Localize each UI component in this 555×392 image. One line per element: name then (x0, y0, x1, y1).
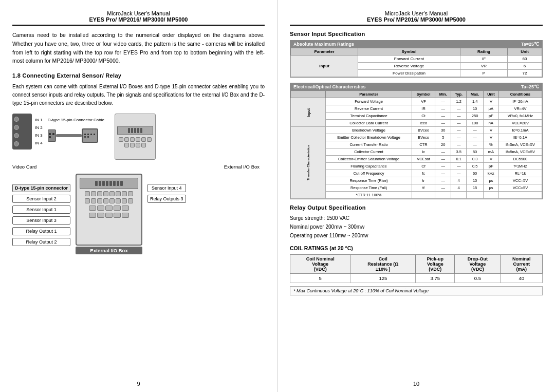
eo-cell: Collector-Emitter Saturation Voltage (326, 156, 412, 163)
eo-cell: nA (483, 120, 498, 127)
pin (90, 134, 92, 135)
sensor-input-4-label: Sensor Input 4 (147, 184, 186, 192)
io-screw (116, 198, 121, 203)
vc-port-4 (14, 141, 19, 146)
coil-col-dropout: Drop-OutVoltage(VDC) (455, 255, 501, 274)
eo-cell: Terminal Capacitance (326, 113, 412, 120)
table-row: Cut-off Frequency fc — — 60 kHz RL=1k (291, 170, 542, 177)
vc-port-2 (14, 125, 19, 130)
sensor-input-2-label: Sensor Input 2 (12, 195, 70, 203)
eo-cell: 250 (467, 113, 484, 120)
relay-output-2-label: Relay Output 2 (12, 238, 70, 246)
table-row: Collector Dark Current Iceo — — 100 nA V… (291, 120, 542, 127)
eo-cell: — (435, 163, 451, 170)
eo-cell (498, 192, 542, 199)
io-pin (95, 181, 98, 186)
connector-right (82, 128, 98, 143)
eo-cell (451, 192, 466, 199)
io-screw (85, 191, 90, 196)
eo-cell: — (435, 184, 451, 192)
eo-cell: VCC=5V (498, 177, 542, 184)
right-labels-col: Sensor Input 4 Relay Outputs 3 (147, 174, 186, 254)
eo-cell: 15 (467, 177, 484, 184)
ext-screw (119, 137, 123, 142)
io-screw-wide (114, 213, 121, 218)
eo-cell: — (451, 113, 466, 120)
coil-col-current: NominalCurrent(mA) (501, 255, 543, 274)
eo-col-unit: Unit (483, 91, 498, 98)
elec-opt-table-title: Electrical/Optical Characteristics Ta=25… (290, 83, 542, 90)
io-screws-row-2 (80, 198, 138, 203)
io-bottom-row (80, 206, 138, 211)
coil-table-row: 5 125 3.75 0.5 40 (290, 274, 543, 283)
section-heading: 1.8 Connecting External Sensor/ Relay (12, 72, 265, 79)
left-header: MicroJack User's Manual EYES Pro/ MP2016… (12, 10, 265, 26)
eo-cell: If=5mA, VCE=5V (498, 141, 542, 148)
connector-left-pins (49, 133, 55, 138)
io-screw (122, 191, 127, 196)
eo-cell: 100 (467, 120, 484, 127)
pin (87, 136, 89, 138)
abs-cell: Reverse Voltage (358, 63, 460, 70)
eo-cell: Current Transfer Ratio (326, 141, 412, 148)
video-card-label: Video Card (12, 164, 36, 170)
eo-cell: 20 (435, 141, 451, 148)
vc-label-in4: IN 4 (35, 141, 43, 145)
coil-val-dropout: 0.5 (455, 274, 501, 283)
ext-pin (131, 128, 133, 133)
bottom-diagram: D-type 15-pin connector Sensor Input 2 S… (12, 174, 265, 254)
io-screw (85, 198, 90, 203)
eo-cell: f=1MHz (498, 163, 542, 170)
eo-cell: Collector Dark Current (326, 120, 412, 127)
table-row: Response Time (Rise) tr — 4 15 μs VCC=5V (291, 177, 542, 184)
coil-col-resistance: CoilResistance (Ω±10% ) (350, 255, 416, 274)
ext-box-bottom-label: External I/O Box (76, 247, 142, 254)
vc-port-1 (14, 117, 19, 122)
pin (94, 134, 95, 135)
connector-left (48, 129, 56, 142)
ext-io-label: External I/O Box (224, 164, 260, 170)
eo-cell: 10 (467, 105, 484, 113)
eo-cell: CTR (412, 141, 435, 148)
sub-section-text: Each system can come with optional Exter… (12, 83, 265, 107)
eo-cell: Reverse Current (326, 105, 412, 113)
eo-col-max: Max. (467, 91, 484, 98)
table-row: *CTR 11 100% (291, 192, 542, 199)
eo-cell: 1.2 (451, 98, 466, 105)
left-header-subtitle: EYES Pro/ MP2016/ MP3000/ MP5000 (12, 16, 265, 23)
io-screw (91, 198, 96, 203)
eo-cell: V (483, 98, 498, 105)
coil-note: * Max Continuous Voltage at 20°C : 110% … (290, 286, 543, 295)
right-page-number: 10 (290, 381, 543, 387)
eo-cell (467, 192, 484, 199)
io-screw (128, 198, 133, 203)
eo-cell: VF (412, 98, 435, 105)
ext-screw (124, 137, 129, 142)
io-screw (109, 191, 115, 196)
eo-cell: — (435, 98, 451, 105)
ext-connector-top (117, 126, 153, 135)
eo-cell: BVceo (412, 127, 435, 134)
eo-cell: mA (483, 148, 498, 156)
ext-pin (134, 128, 136, 133)
body-paragraph: Cameras need to be installed according t… (12, 31, 265, 65)
table-row: Transfer Characteristics Breakdown Volta… (291, 127, 542, 134)
io-pin (117, 181, 119, 186)
eo-cell: IF=20mA (498, 98, 542, 105)
eo-cell: Cut-off Frequency (326, 170, 412, 177)
ext-pin (128, 128, 130, 133)
eo-cell: Cf (412, 163, 435, 170)
eo-cell: 15 (467, 184, 484, 192)
eo-cell (412, 192, 435, 199)
io-pin (109, 181, 112, 186)
eo-cell: — (451, 170, 466, 177)
ext-screw (141, 137, 146, 142)
eo-cell: 4 (451, 184, 466, 192)
eo-cell (483, 192, 498, 199)
eo-col-sym: Symbol (412, 91, 435, 98)
eo-cell: 0.3 (467, 156, 484, 163)
io-screw (109, 198, 115, 203)
relay-spec-line-1: Surge strength: 1500 VAC (290, 214, 543, 222)
eo-cell: *CTR 11 100% (326, 192, 412, 199)
abs-cell: 60 (508, 55, 542, 63)
